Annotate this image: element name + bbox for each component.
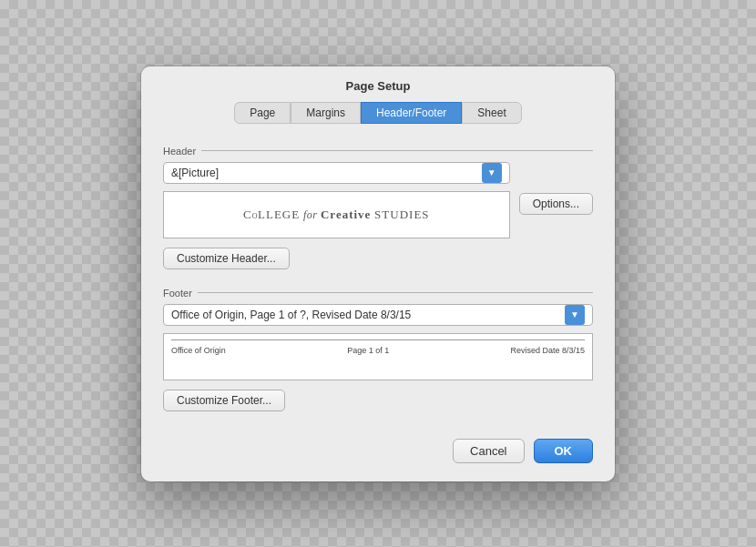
header-left: &[Picture] ▼ CoLLEGE for Creative STUDIE… [163,162,510,282]
header-row: &[Picture] ▼ CoLLEGE for Creative STUDIE… [163,162,593,282]
customize-header-button[interactable]: Customize Header... [163,248,290,269]
ok-button[interactable]: OK [534,439,594,463]
footer-select-row: Office of Origin, Page 1 of ?, Revised D… [163,304,593,326]
dialog-footer: Cancel OK [141,424,615,463]
for-text: for [303,208,321,221]
header-dropdown[interactable]: &[Picture] ▼ [163,162,510,184]
footer-left-text: Office of Origin [171,346,226,355]
footer-preview-line [171,338,585,340]
header-select-row: &[Picture] ▼ [163,162,510,184]
header-select-value: &[Picture] [171,167,219,179]
options-button[interactable]: Options... [519,193,593,215]
header-preview: CoLLEGE for Creative STUDIES [163,191,510,238]
page-setup-dialog: Page Setup Page Margins Header/Footer Sh… [141,66,615,481]
college-text: C [243,208,252,221]
tab-header-footer[interactable]: Header/Footer [361,102,462,124]
footer-select-value: Office of Origin, Page 1 of ?, Revised D… [171,309,411,321]
header-section-label: Header [163,146,593,157]
footer-center-text: Page 1 of 1 [347,346,389,355]
footer-preview: Office of Origin Page 1 of 1 Revised Dat… [163,333,593,380]
footer-dropdown[interactable]: Office of Origin, Page 1 of ?, Revised D… [163,304,593,326]
tab-page[interactable]: Page [234,102,291,124]
dialog-content: Header &[Picture] ▼ CoLLEGE for Creative… [141,146,615,424]
cancel-button[interactable]: Cancel [453,439,524,463]
tab-sheet[interactable]: Sheet [462,102,521,124]
footer-section-label: Footer [163,288,593,299]
tab-margins[interactable]: Margins [291,102,361,124]
header-preview-text: CoLLEGE for Creative STUDIES [243,208,429,222]
dialog-title: Page Setup [141,66,615,102]
header-dropdown-arrow[interactable]: ▼ [482,163,502,183]
header-right: Options... [519,162,593,215]
footer-dropdown-arrow[interactable]: ▼ [565,305,585,325]
creative-text: Creative [321,208,371,221]
customize-footer-button[interactable]: Customize Footer... [163,390,285,411]
studies-text: STUDIES [374,208,429,221]
footer-preview-content: Office of Origin Page 1 of 1 Revised Dat… [171,344,585,355]
tab-bar: Page Margins Header/Footer Sheet [141,102,615,133]
footer-right-text: Revised Date 8/3/15 [510,346,585,355]
